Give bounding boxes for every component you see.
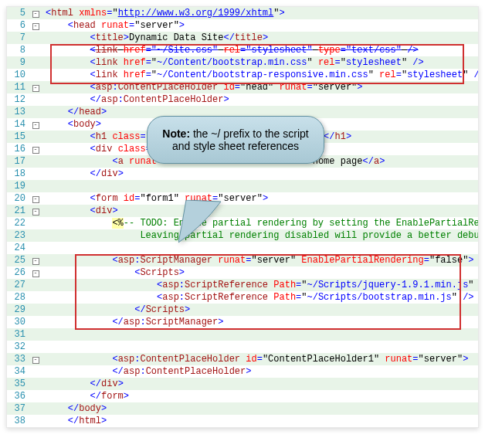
code-content[interactable]: </asp:ContentPlaceHolder>: [44, 366, 478, 377]
code-content[interactable]: <asp:ContentPlaceHolder id="ContentPlace…: [44, 354, 478, 365]
code-line[interactable]: 9 <link href="~/Content/bootstrap.min.cs…: [7, 56, 478, 69]
fold-gutter[interactable]: -: [30, 9, 41, 18]
code-line[interactable]: 20- <form id="form1" runat="server">: [7, 192, 478, 205]
fold-collapse-icon[interactable]: -: [32, 270, 39, 277]
code-content[interactable]: </head>: [44, 107, 478, 117]
line-number: 13: [7, 107, 30, 117]
code-line[interactable]: 32: [7, 341, 478, 353]
code-content[interactable]: </form>: [44, 391, 478, 402]
code-content[interactable]: <link href="~/Site.css" rel="stylesheet"…: [44, 45, 478, 56]
code-line[interactable]: 6- <head runat="server">: [7, 19, 478, 32]
fold-gutter[interactable]: -: [30, 256, 41, 265]
code-content[interactable]: <asp:ScriptReference Path="~/Scripts/jqu…: [44, 280, 479, 290]
fold-collapse-icon[interactable]: -: [32, 196, 39, 203]
code-line[interactable]: 19: [7, 180, 478, 192]
code-content[interactable]: <asp:ScriptReference Path="~/Scripts/boo…: [44, 292, 478, 303]
line-number: 27: [7, 280, 30, 290]
line-number: 14: [7, 119, 30, 130]
line-number: 31: [7, 329, 30, 340]
fold-collapse-icon[interactable]: -: [32, 122, 39, 129]
fold-gutter[interactable]: -: [30, 207, 41, 216]
code-line[interactable]: 15 <h1 class="DDMainHeader">Dynamic Data…: [7, 131, 478, 143]
fold-collapse-icon[interactable]: -: [32, 209, 39, 216]
code-content[interactable]: </div>: [44, 168, 478, 179]
code-line[interactable]: 24: [7, 242, 478, 254]
fold-collapse-icon[interactable]: -: [32, 147, 39, 154]
line-number: 21: [7, 205, 30, 216]
code-editor[interactable]: 5-<html xmlns="http://www.w3.org/1999/xh…: [6, 6, 479, 428]
code-line[interactable]: 34 </asp:ContentPlaceHolder>: [7, 365, 478, 378]
code-line[interactable]: 11- <asp:ContentPlaceHolder id="head" ru…: [7, 81, 478, 93]
code-line[interactable]: 14- <body>: [7, 118, 478, 131]
code-line[interactable]: 12 </asp:ContentPlaceHolder>: [7, 93, 478, 106]
code-content[interactable]: <a runat="server" href="~/">Back to home…: [44, 156, 478, 167]
code-line[interactable]: 37 </body>: [7, 402, 478, 415]
code-content[interactable]: <%-- TODO: Enable partial rendering by s…: [44, 218, 479, 229]
code-line[interactable]: 35 </div>: [7, 378, 478, 390]
code-line[interactable]: 22 <%-- TODO: Enable partial rendering b…: [7, 217, 478, 229]
fold-gutter[interactable]: -: [30, 22, 41, 30]
code-line[interactable]: 10 <link href="~/Content/bootstrap-respo…: [7, 69, 478, 81]
fold-collapse-icon[interactable]: -: [32, 23, 39, 30]
line-number: 8: [7, 45, 30, 56]
line-number: 34: [7, 366, 30, 377]
line-number: 38: [7, 416, 30, 426]
code-line[interactable]: 8 <link href="~/Site.css" rel="styleshee…: [7, 44, 478, 56]
fold-collapse-icon[interactable]: -: [32, 258, 39, 265]
code-line[interactable]: 27 <asp:ScriptReference Path="~/Scripts/…: [7, 279, 478, 291]
code-content[interactable]: </asp:ScriptManager>: [44, 317, 478, 328]
fold-collapse-icon[interactable]: -: [32, 11, 39, 18]
code-content[interactable]: <Scripts>: [44, 267, 478, 278]
code-content[interactable]: <html xmlns="http://www.w3.org/1999/xhtm…: [44, 8, 478, 19]
code-content[interactable]: <title>Dynamic Data Site</title>: [44, 32, 478, 43]
code-line[interactable]: 17 <a runat="server" href="~/">Back to h…: [7, 155, 478, 168]
code-line[interactable]: 29 </Scripts>: [7, 304, 478, 316]
code-content[interactable]: <asp:ScriptManager runat="server" Enable…: [44, 255, 478, 266]
code-content[interactable]: <body>: [44, 119, 478, 130]
code-content[interactable]: </Scripts>: [44, 304, 478, 315]
fold-collapse-icon[interactable]: -: [32, 357, 39, 364]
line-number: 18: [7, 168, 30, 179]
code-line[interactable]: 5-<html xmlns="http://www.w3.org/1999/xh…: [7, 7, 478, 19]
code-line[interactable]: 36 </form>: [7, 390, 478, 402]
code-content[interactable]: <head runat="server">: [44, 20, 478, 31]
code-line[interactable]: 38 </html>: [7, 415, 478, 427]
code-content[interactable]: </body>: [44, 403, 478, 414]
fold-collapse-icon[interactable]: -: [32, 85, 39, 92]
code-content[interactable]: <asp:ContentPlaceHolder id="head" runat=…: [44, 82, 478, 93]
code-content[interactable]: </asp:ContentPlaceHolder>: [44, 94, 478, 105]
code-line[interactable]: 28 <asp:ScriptReference Path="~/Scripts/…: [7, 291, 478, 304]
code-content[interactable]: </div>: [44, 378, 478, 389]
line-number: 28: [7, 292, 30, 303]
code-line[interactable]: 25- <asp:ScriptManager runat="server" En…: [7, 254, 478, 266]
code-line[interactable]: 18 </div>: [7, 168, 478, 180]
fold-gutter[interactable]: -: [30, 269, 41, 277]
fold-gutter[interactable]: -: [30, 120, 41, 129]
fold-gutter[interactable]: -: [30, 195, 41, 203]
code-line[interactable]: 30 </asp:ScriptManager>: [7, 316, 478, 328]
code-content[interactable]: <div class="DDNavigation">: [44, 144, 478, 154]
code-line[interactable]: 13 </head>: [7, 106, 478, 118]
code-content[interactable]: <link href="~/Content/bootstrap.min.css"…: [44, 57, 478, 68]
code-content[interactable]: <div>: [44, 205, 478, 216]
fold-gutter[interactable]: -: [30, 145, 41, 154]
code-content[interactable]: </html>: [44, 416, 478, 426]
code-line[interactable]: 33- <asp:ContentPlaceHolder id="ContentP…: [7, 353, 478, 365]
line-number: 12: [7, 94, 30, 105]
code-line[interactable]: 7 <title>Dynamic Data Site</title>: [7, 32, 478, 44]
line-number: 24: [7, 243, 30, 253]
code-line[interactable]: 23 Leaving partial rendering disabled wi…: [7, 229, 478, 242]
code-content[interactable]: <link href="~/Content/bootstrap-responsi…: [44, 70, 479, 80]
code-line[interactable]: 26- <Scripts>: [7, 266, 478, 279]
code-content[interactable]: <h1 class="DDMainHeader">Dynamic Data Si…: [44, 131, 478, 142]
line-number: 29: [7, 304, 30, 315]
code-line[interactable]: 31: [7, 328, 478, 341]
code-content[interactable]: <form id="form1" runat="server">: [44, 193, 478, 204]
fold-gutter[interactable]: -: [30, 83, 41, 92]
line-number: 35: [7, 378, 30, 389]
code-content[interactable]: Leaving partial rendering disabled will …: [44, 230, 479, 241]
fold-gutter[interactable]: -: [30, 355, 41, 364]
code-line[interactable]: 16- <div class="DDNavigation">: [7, 143, 478, 155]
line-number: 16: [7, 144, 30, 154]
code-line[interactable]: 21- <div>: [7, 205, 478, 217]
